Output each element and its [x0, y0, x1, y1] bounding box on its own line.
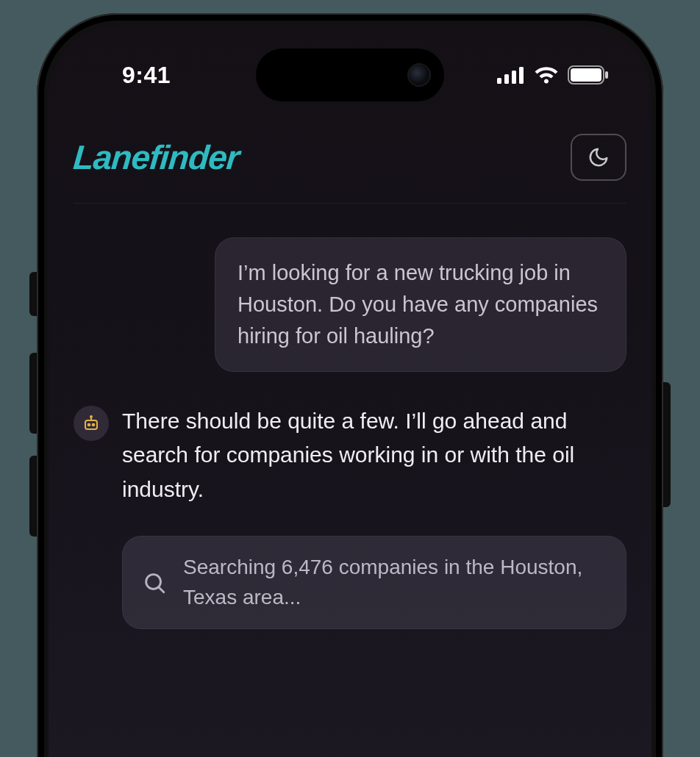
- svg-rect-2: [512, 71, 516, 84]
- svg-rect-3: [519, 67, 524, 84]
- svg-point-10: [88, 423, 90, 426]
- search-icon: [142, 570, 167, 595]
- search-status-card: Searching 6,476 companies in the Houston…: [122, 536, 626, 629]
- status-icons: [497, 65, 609, 85]
- wifi-icon: [534, 66, 559, 84]
- user-message-bubble: I’m looking for a new trucking job in Ho…: [215, 237, 626, 372]
- svg-line-13: [159, 586, 164, 592]
- phone-screen: 9:41: [44, 21, 656, 757]
- status-bar: 9:41: [49, 53, 651, 97]
- assistant-message-row: There should be quite a few. I’ll go ahe…: [74, 404, 626, 507]
- search-status-text: Searching 6,476 companies in the Houston…: [183, 553, 607, 612]
- moon-icon: [588, 146, 610, 168]
- status-time: 9:41: [122, 62, 171, 89]
- chat-area: I’m looking for a new trucking job in Ho…: [74, 204, 626, 629]
- assistant-message-text: There should be quite a few. I’ll go ahe…: [122, 404, 626, 507]
- bot-icon: [82, 415, 100, 432]
- svg-rect-1: [504, 74, 509, 84]
- svg-point-11: [93, 423, 95, 426]
- assistant-avatar: [74, 406, 109, 441]
- brand-logo: Lanefinder: [72, 137, 241, 177]
- svg-rect-7: [85, 420, 97, 429]
- svg-rect-6: [605, 71, 608, 79]
- app-root: Lanefinder I’m looking for a new truckin…: [49, 121, 651, 757]
- svg-rect-0: [497, 78, 501, 84]
- cellular-icon: [497, 66, 525, 84]
- phone-frame: 9:41: [37, 13, 663, 757]
- svg-rect-5: [571, 68, 601, 82]
- battery-icon: [568, 65, 609, 85]
- app-header: Lanefinder: [74, 121, 626, 204]
- theme-toggle-button[interactable]: [571, 134, 626, 181]
- user-message-text: I’m looking for a new trucking job in Ho…: [238, 261, 598, 348]
- svg-point-9: [90, 416, 92, 417]
